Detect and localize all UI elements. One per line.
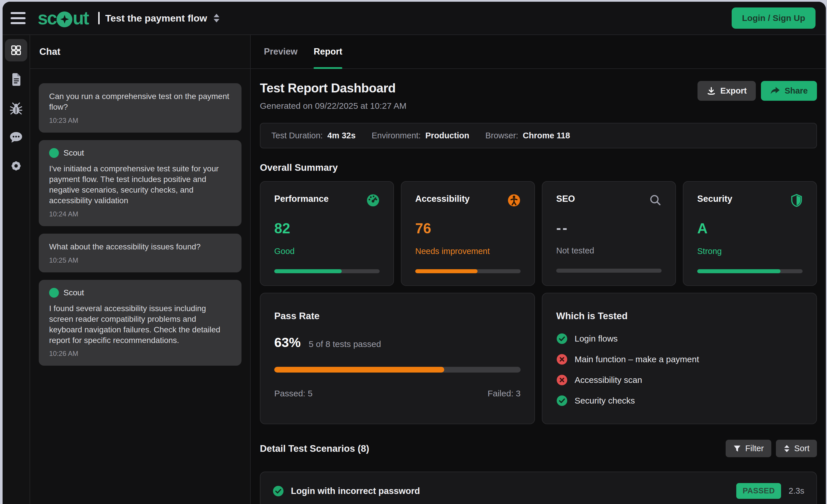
message-time: 10:26 AM	[49, 350, 231, 358]
progress-track	[556, 269, 662, 273]
progress-track	[697, 269, 802, 273]
tab-preview[interactable]: Preview	[264, 35, 297, 68]
sidebar-item-chat[interactable]	[9, 132, 23, 144]
progress-fill	[415, 269, 478, 273]
pass-rate-card: Pass Rate 63% 5 of 8 tests passed Passed…	[260, 293, 535, 424]
meta-label: Browser:	[485, 131, 518, 140]
chat-panel: Chat Can you run a comprehensive test on…	[30, 35, 251, 504]
coverage-item: Login flows	[556, 333, 802, 344]
meta-value: Production	[425, 131, 469, 140]
accessibility-icon	[507, 194, 521, 207]
logo-star-icon	[57, 11, 72, 27]
chat-message-assistant: Scout I've initiated a comprehensive tes…	[39, 140, 242, 226]
accessibility-status: Needs improvement	[415, 247, 521, 256]
sidebar-rail	[3, 35, 30, 504]
pass-rate-caption: 5 of 8 tests passed	[309, 339, 381, 349]
message-text: I found several accessibility issues inc…	[49, 303, 231, 346]
tab-report[interactable]: Report	[313, 35, 342, 68]
coverage-card: Which is Tested Login flows Main functio…	[542, 293, 817, 424]
menu-icon[interactable]	[11, 11, 27, 25]
filter-button[interactable]: Filter	[726, 440, 771, 457]
chat-messages[interactable]: Can you run a comprehensive test on the …	[30, 69, 250, 504]
performance-card: Performance 82	[260, 181, 394, 286]
meta-label: Test Duration:	[271, 131, 323, 140]
message-text: What about the accessibility issues foun…	[49, 242, 231, 252]
summary-cards: Performance 82	[260, 181, 817, 286]
x-circle-icon	[556, 354, 568, 365]
shield-icon	[790, 194, 802, 207]
gauge-icon	[367, 194, 380, 207]
sidebar-item-tests[interactable]	[9, 102, 23, 115]
progress-fill	[697, 269, 780, 273]
failed-count: Failed: 3	[488, 389, 521, 398]
performance-status: Good	[274, 247, 380, 256]
chat-bubble-icon	[9, 132, 23, 144]
progress-fill	[274, 269, 342, 273]
export-button[interactable]: Export	[697, 81, 756, 101]
coverage-title: Which is Tested	[556, 310, 802, 321]
logo-text-left: sc	[38, 7, 56, 29]
page-title: Test Report Dashboard	[260, 81, 406, 95]
pass-rate-title: Pass Rate	[274, 310, 521, 321]
check-circle-icon	[556, 395, 568, 406]
check-circle-icon	[273, 485, 284, 497]
main-tabbar: Preview Report	[251, 35, 826, 69]
share-button[interactable]: Share	[761, 81, 817, 101]
report-content[interactable]: Test Report Dashboard Generated on 09/22…	[251, 69, 826, 504]
document-icon	[10, 73, 22, 86]
card-title: Performance	[274, 194, 329, 204]
accessibility-score: 76	[415, 220, 521, 237]
scenario-card[interactable]: Login with incorrect password PASSED 2.3…	[260, 471, 817, 504]
bug-icon	[9, 102, 23, 115]
chat-panel-title: Chat	[30, 35, 250, 69]
page-subtitle: Generated on 09/22/2025 at 10:27 AM	[260, 101, 406, 111]
chevron-up-down-icon	[213, 13, 220, 23]
seo-status: Not tested	[556, 246, 662, 255]
check-circle-icon	[556, 333, 568, 344]
meta-value: 4m 32s	[327, 131, 355, 140]
sidebar-item-documents[interactable]	[10, 73, 22, 86]
sidebar-item-settings[interactable]	[10, 160, 22, 172]
progress-track	[415, 269, 521, 273]
accessibility-card: Accessibility	[401, 181, 535, 286]
scout-avatar	[49, 148, 59, 158]
overall-summary-heading: Overall Summary	[260, 162, 817, 173]
gear-icon	[10, 160, 22, 172]
grid-icon	[10, 44, 22, 57]
scenarios-heading: Detail Test Scenarios (8)	[260, 443, 369, 454]
scenario-title: Login with incorrect password	[291, 486, 420, 496]
card-title: Accessibility	[415, 194, 470, 204]
seo-card: SEO -- Not tested	[542, 181, 676, 286]
security-status: Strong	[697, 247, 802, 256]
chat-message-assistant: Scout I found several accessibility issu…	[39, 280, 242, 366]
top-bar: scut Test the payment flow Login / Sign …	[3, 2, 826, 35]
sort-button[interactable]: Sort	[776, 440, 817, 457]
divider	[98, 12, 100, 24]
card-title: SEO	[556, 194, 575, 204]
download-icon	[707, 86, 716, 96]
logo-text-right: ut	[72, 7, 88, 29]
sidebar-item-dashboard[interactable]	[5, 39, 27, 61]
pass-rate-track	[274, 367, 521, 372]
sort-icon	[783, 444, 790, 453]
scenario-duration: 2.3s	[788, 486, 804, 496]
coverage-item: Security checks	[556, 395, 802, 406]
login-signup-button[interactable]: Login / Sign Up	[732, 7, 816, 29]
sender-name: Scout	[63, 148, 84, 158]
test-meta-bar: Test Duration: 4m 32s Environment: Produ…	[260, 123, 817, 148]
card-title: Security	[697, 194, 732, 204]
session-selector[interactable]: Test the payment flow	[98, 12, 221, 24]
meta-label: Environment:	[372, 131, 421, 140]
scout-logo: scut	[38, 7, 89, 29]
message-time: 10:25 AM	[49, 256, 231, 264]
seo-score: --	[556, 219, 662, 236]
performance-score: 82	[274, 220, 380, 237]
scout-avatar	[49, 288, 59, 298]
pass-rate-fill	[274, 367, 444, 372]
search-icon	[649, 194, 662, 206]
coverage-item: Main function – make a payment	[556, 354, 802, 365]
message-text: I've initiated a comprehensive test suit…	[49, 164, 231, 206]
sender-name: Scout	[63, 288, 84, 297]
status-badge: PASSED	[736, 483, 781, 499]
filter-icon	[733, 445, 741, 453]
